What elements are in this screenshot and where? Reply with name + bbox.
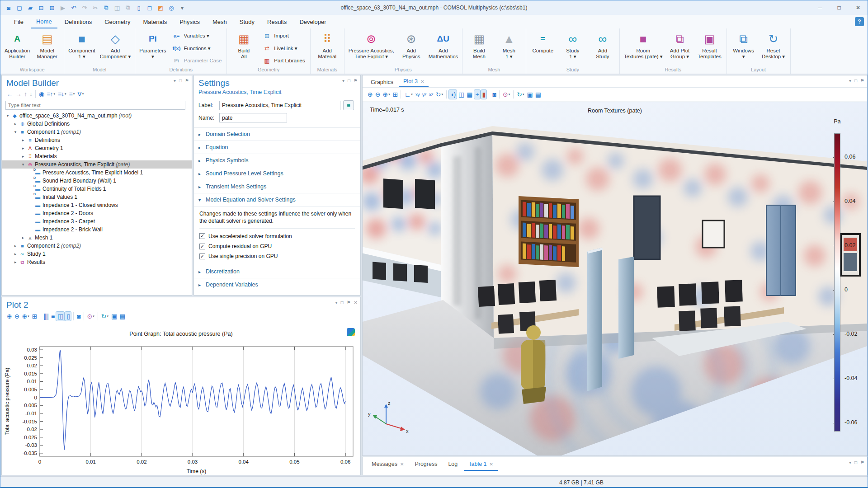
maximize-icon[interactable]: □ bbox=[830, 0, 849, 15]
show-color-legend-icon[interactable]: ▮ bbox=[481, 89, 487, 99]
help-button[interactable]: ? bbox=[855, 17, 864, 26]
3d-scene[interactable]: z x y Time=0.017 s Room Textures (pate) … bbox=[363, 102, 867, 455]
menu-results[interactable]: Results bbox=[262, 15, 292, 28]
build-mesh-button[interactable]: ▦Build Mesh bbox=[464, 30, 494, 66]
close-icon[interactable]: ✕ bbox=[849, 0, 868, 15]
close-tab-icon[interactable]: ✕ bbox=[420, 79, 424, 84]
pin-icon[interactable]: ⚑ bbox=[860, 460, 864, 465]
expander-icon[interactable]: ▸ bbox=[20, 146, 26, 150]
gfx-zoom-extents-icon[interactable]: ⊞ bbox=[392, 89, 399, 99]
paste-icon[interactable]: ◫ bbox=[113, 3, 122, 12]
float-icon[interactable]: □ bbox=[854, 460, 857, 465]
component-1-button[interactable]: ■Component 1 ▾ bbox=[66, 30, 97, 66]
view-xy-icon[interactable]: xy bbox=[414, 89, 421, 99]
gfx-snapshot-icon[interactable]: ▣ bbox=[525, 89, 533, 99]
expander-icon[interactable]: ▸ bbox=[12, 244, 19, 248]
tree-item[interactable]: ▸■Component 2(comp2) bbox=[2, 242, 192, 250]
tab-graphics[interactable]: Graphics bbox=[366, 77, 398, 87]
move-down-icon[interactable]: ↓ bbox=[28, 89, 33, 99]
section-sound-pressure-level-settings[interactable]: ▸Sound Pressure Level Settings bbox=[194, 167, 360, 180]
tree-item[interactable]: ▸▲Mesh 1 bbox=[2, 234, 192, 242]
model-manager-button[interactable]: ▤Model Manager bbox=[32, 30, 62, 66]
menu-mesh[interactable]: Mesh bbox=[207, 15, 232, 28]
parameter-case-button[interactable]: PiParameter Case bbox=[170, 56, 223, 65]
tree-item[interactable]: ▾◆office_space_63_30T0_N4_ma_out.mph(roo… bbox=[2, 112, 192, 120]
notes-icon[interactable]: ≡ bbox=[343, 100, 354, 110]
tree-item[interactable]: ▾■Component 1(comp1) bbox=[2, 128, 192, 136]
section-discretization[interactable]: ▸Discretization bbox=[194, 265, 360, 278]
gfx-palette-icon[interactable]: ⊙▾ bbox=[501, 89, 511, 99]
gfx-zoom-box-icon[interactable]: ⊕▾ bbox=[381, 89, 391, 99]
pin-icon[interactable]: ⚑ bbox=[860, 78, 864, 83]
save-icon[interactable]: ⊟ bbox=[37, 3, 46, 12]
delete-icon[interactable]: ▯ bbox=[134, 3, 143, 12]
filter-funnel-icon[interactable]: ∇▾ bbox=[76, 89, 85, 99]
expander-icon[interactable]: ▾ bbox=[20, 162, 26, 167]
parameters-button[interactable]: PiParameters ▾ bbox=[137, 30, 168, 66]
part-libraries-button[interactable]: ▥Part Libraries bbox=[260, 56, 306, 65]
use-accelerated-solver-formulation-checkbox[interactable]: ✓ bbox=[199, 233, 205, 239]
point-graph-chart[interactable]: 00.010.020.030.040.050.060.030.0250.020.… bbox=[2, 297, 361, 476]
section-transient-mesh-settings[interactable]: ▸Transient Mesh Settings bbox=[194, 180, 360, 193]
variables-button[interactable]: a=Variables ▾ bbox=[170, 31, 223, 40]
tree-item[interactable]: ▬DPressure Acoustics, Time Explicit Mode… bbox=[2, 169, 192, 177]
tree-item[interactable]: ▸≡Definitions bbox=[2, 136, 192, 144]
search-icon[interactable]: ◎ bbox=[167, 3, 176, 12]
cut-icon[interactable]: ✂ bbox=[91, 3, 100, 12]
menu-file[interactable]: File bbox=[9, 15, 29, 28]
menu-home[interactable]: Home bbox=[31, 15, 57, 28]
view-yz-icon[interactable]: yz bbox=[421, 89, 428, 99]
view-xz-icon[interactable]: xz bbox=[428, 89, 434, 99]
go-back-icon[interactable]: ← bbox=[5, 89, 14, 99]
expander-icon[interactable]: ▸ bbox=[12, 122, 19, 126]
expander-icon[interactable]: ▸ bbox=[20, 154, 26, 159]
import-button[interactable]: ⊞Import bbox=[260, 31, 306, 40]
tab-progress[interactable]: Progress bbox=[410, 457, 442, 470]
default-view-icon[interactable]: ∟▾ bbox=[403, 89, 414, 99]
study-1-button[interactable]: ∞Study 1 ▾ bbox=[558, 30, 588, 66]
expander-icon[interactable]: ▸ bbox=[12, 260, 19, 264]
name-field[interactable] bbox=[219, 113, 287, 122]
tree-item[interactable]: ▬Impedance 2 - Brick Wall bbox=[2, 225, 192, 234]
pressure-acoustics-time-explicit-button[interactable]: ⊚Pressure Acoustics, Time Explicit ▾ bbox=[346, 30, 396, 66]
gfx-zoom-in-icon[interactable]: ⊕ bbox=[366, 89, 374, 99]
comsol-logo-icon[interactable] bbox=[347, 328, 355, 336]
menu-study[interactable]: Study bbox=[234, 15, 260, 28]
filter-input[interactable] bbox=[5, 101, 185, 110]
add-physics-button[interactable]: ⊛Add Physics bbox=[396, 30, 426, 66]
tree-item[interactable]: ▸⧉Results bbox=[2, 258, 192, 266]
expander-icon[interactable]: ▸ bbox=[12, 252, 19, 256]
move-up-icon[interactable]: ↑ bbox=[23, 89, 28, 99]
expander-icon[interactable]: ▸ bbox=[20, 235, 26, 240]
float-icon[interactable]: □ bbox=[179, 78, 182, 83]
expander-icon[interactable]: ▾ bbox=[5, 113, 11, 118]
tree-item[interactable]: ▬DContinuity of Total Fields 1 bbox=[2, 185, 192, 193]
compute-residual-on-gpu-checkbox[interactable]: ✓ bbox=[199, 244, 205, 249]
tab-plot-3[interactable]: Plot 3✕ bbox=[399, 76, 429, 87]
section-equation[interactable]: ▸Equation bbox=[194, 141, 360, 154]
mesh-1-button[interactable]: ▲Mesh 1 ▾ bbox=[494, 30, 524, 66]
expander-icon[interactable]: ▾ bbox=[12, 130, 19, 134]
save-as-icon[interactable]: ⊞ bbox=[47, 3, 57, 12]
add-study-button[interactable]: ∞Add Study bbox=[588, 30, 618, 66]
tree-item[interactable]: ▸⠿Materials bbox=[2, 152, 192, 160]
minimize-icon[interactable]: ─ bbox=[811, 0, 830, 15]
menu-definitions[interactable]: Definitions bbox=[59, 15, 98, 28]
pin-icon[interactable]: ⚑ bbox=[354, 78, 358, 83]
section-physics-symbols[interactable]: ▸Physics Symbols bbox=[194, 154, 360, 167]
transparency-icon[interactable]: ◫ bbox=[457, 89, 465, 99]
application-builder-button[interactable]: AApplication Builder bbox=[2, 30, 32, 66]
tree-item[interactable]: ▬Impedance 2 - Doors bbox=[2, 209, 192, 217]
close-tab-icon[interactable]: ✕ bbox=[490, 462, 493, 467]
tree-item[interactable]: ▾⊚Pressure Acoustics, Time Explicit(pate… bbox=[2, 160, 192, 169]
float-icon[interactable]: □ bbox=[854, 78, 857, 83]
add-material-button[interactable]: ⠿Add Material bbox=[312, 30, 342, 66]
duplicate-icon[interactable]: ⧉ bbox=[123, 3, 132, 12]
comsol-app-icon[interactable]: ◙ bbox=[4, 3, 13, 12]
room-textures-button[interactable]: ■Room Textures (pate) ▾ bbox=[622, 30, 665, 66]
go-forward-icon[interactable]: → bbox=[14, 89, 23, 99]
panel-menu-icon[interactable]: ▾ bbox=[849, 460, 851, 465]
expander-icon[interactable]: ▸ bbox=[20, 138, 26, 142]
redo-icon[interactable]: ↷ bbox=[80, 3, 89, 12]
add-component-button[interactable]: ◇Add Component ▾ bbox=[98, 30, 133, 66]
